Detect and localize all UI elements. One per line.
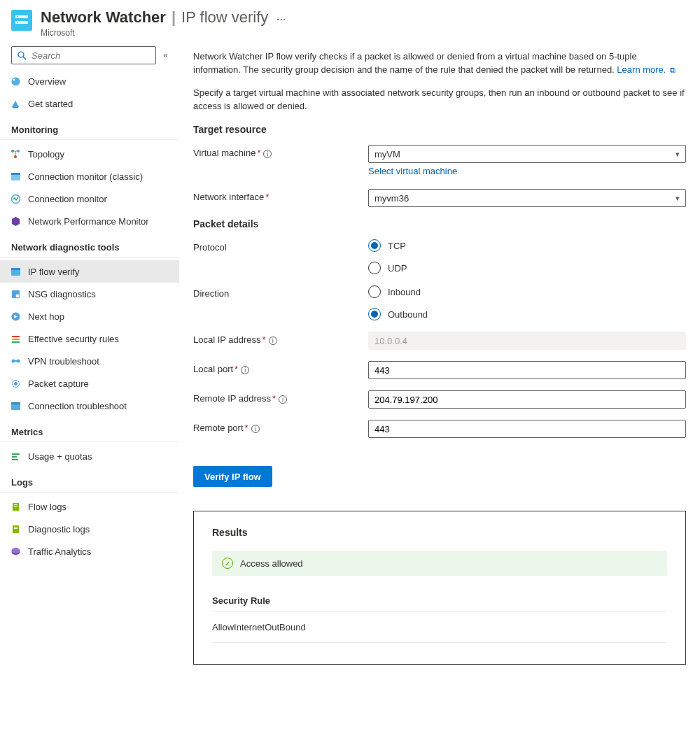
sidebar-collapse-icon[interactable]: «	[163, 50, 168, 60]
sidebar-item-label: Topology	[28, 149, 64, 160]
sidebar-item-overview[interactable]: Overview	[0, 70, 179, 92]
local-port-label: Local port*i	[193, 361, 368, 374]
check-circle-icon: ✓	[222, 558, 233, 569]
vpn-troubleshoot-icon	[10, 355, 21, 367]
network-performance-monitor-icon	[10, 215, 21, 227]
description-2: Specify a target virtual machine with as…	[193, 87, 686, 113]
select-vm-link[interactable]: Select virtual machine	[368, 166, 686, 176]
diagnostic-logs-icon	[10, 523, 21, 535]
direction-inbound-radio[interactable]: Inbound	[368, 285, 686, 298]
sidebar-item-label: Effective security rules	[28, 334, 119, 344]
sidebar-item-label: Traffic Analytics	[28, 546, 91, 557]
chevron-down-icon: ▾	[676, 194, 680, 203]
sidebar-item-label: Connection monitor	[28, 194, 107, 204]
search-input-wrapper[interactable]	[11, 46, 156, 64]
next-hop-icon	[10, 311, 21, 322]
sidebar-item-connection-troubleshoot[interactable]: Connection troubleshoot	[0, 395, 179, 417]
info-icon[interactable]: i	[269, 337, 277, 345]
direction-label: Direction	[193, 285, 368, 299]
remote-port-input[interactable]	[368, 420, 686, 438]
sidebar: « OverviewGet started MonitoringTopology…	[0, 43, 179, 686]
external-link-icon: ⧉	[667, 66, 675, 74]
section-target-resource: Target resource	[193, 124, 686, 135]
verify-ip-flow-button[interactable]: Verify IP flow	[193, 466, 272, 487]
svg-rect-40	[14, 528, 18, 529]
sidebar-item-label: Network Performance Monitor	[28, 216, 149, 227]
packet-capture-icon	[10, 378, 21, 389]
sidebar-item-packet-capture[interactable]: Packet capture	[0, 372, 179, 395]
svg-rect-24	[12, 341, 20, 343]
page-title: Network Watcher	[41, 8, 166, 27]
results-title: Results	[212, 527, 667, 538]
svg-rect-37	[14, 506, 18, 507]
main-pane: Network Watcher IP flow verify checks if…	[179, 43, 700, 686]
svg-point-29	[14, 382, 18, 385]
sidebar-item-label: Flow logs	[28, 502, 66, 512]
svg-rect-23	[12, 339, 20, 340]
sidebar-item-get-started[interactable]: Get started	[0, 92, 179, 115]
sidebar-item-connection-monitor[interactable]: Connection monitor	[0, 187, 179, 210]
description-1: Network Watcher IP flow verify checks if…	[193, 50, 686, 77]
sidebar-item-connection-monitor-classic-[interactable]: Connection monitor (classic)	[0, 165, 179, 187]
remote-ip-label: Remote IP address*i	[193, 390, 368, 404]
svg-rect-35	[13, 503, 19, 511]
sidebar-item-network-performance-monitor[interactable]: Network Performance Monitor	[0, 210, 179, 232]
svg-point-42	[11, 548, 20, 553]
page-subtitle: IP flow verify	[181, 8, 268, 27]
page-header: Network Watcher | IP flow verify ··· Mic…	[0, 0, 700, 43]
sidebar-item-label: VPN troubleshoot	[28, 356, 99, 367]
sidebar-item-topology[interactable]: Topology	[0, 143, 179, 165]
effective-security-rules-icon	[10, 333, 21, 344]
more-actions-icon[interactable]: ···	[276, 14, 286, 24]
local-port-input[interactable]	[368, 361, 686, 379]
security-rule-heading: Security Rule	[212, 595, 667, 612]
info-icon[interactable]: i	[251, 425, 260, 433]
sidebar-item-label: Connection monitor (classic)	[28, 171, 143, 182]
ni-select[interactable]: myvm36 ▾	[368, 189, 686, 207]
sidebar-item-flow-logs[interactable]: Flow logs	[0, 495, 179, 518]
svg-point-2	[17, 16, 18, 17]
svg-rect-8	[13, 107, 18, 108]
svg-point-4	[18, 52, 24, 57]
svg-rect-38	[13, 525, 19, 533]
sidebar-item-usage-quotas[interactable]: Usage + quotas	[0, 445, 179, 467]
info-icon[interactable]: i	[241, 366, 249, 374]
local-ip-label: Local IP address*i	[193, 332, 368, 345]
svg-line-5	[23, 57, 26, 59]
svg-rect-32	[12, 453, 20, 455]
results-panel: Results ✓ Access allowed Security Rule A…	[193, 511, 686, 665]
sidebar-item-next-hop[interactable]: Next hop	[0, 305, 179, 327]
info-icon[interactable]: i	[279, 395, 287, 404]
svg-point-7	[13, 78, 15, 80]
title-divider: |	[170, 8, 177, 27]
vm-select[interactable]: myVM ▾	[368, 145, 686, 163]
learn-more-link[interactable]: Learn more. ⧉	[617, 64, 675, 75]
sidebar-item-vpn-troubleshoot[interactable]: VPN troubleshoot	[0, 350, 179, 372]
svg-rect-27	[13, 360, 18, 362]
remote-ip-input[interactable]	[368, 390, 686, 409]
direction-outbound-radio[interactable]: Outbound	[368, 308, 686, 320]
sidebar-group-logs: Logs	[0, 472, 179, 493]
sidebar-group-metrics: Metrics	[0, 421, 179, 442]
svg-rect-34	[12, 459, 18, 460]
connection-monitor-icon	[10, 193, 21, 204]
protocol-tcp-radio[interactable]: TCP	[368, 239, 686, 252]
sidebar-item-nsg-diagnostics[interactable]: NSG diagnostics	[0, 283, 179, 305]
protocol-label: Protocol	[193, 239, 368, 253]
local-ip-input	[368, 332, 686, 350]
sidebar-group-network-diagnostic-tools: Network diagnostic tools	[0, 236, 179, 257]
search-input[interactable]	[31, 50, 151, 61]
sidebar-item-ip-flow-verify[interactable]: IP flow verify	[0, 260, 179, 283]
sidebar-item-diagnostic-logs[interactable]: Diagnostic logs	[0, 518, 179, 540]
sidebar-item-traffic-analytics[interactable]: Traffic Analytics	[0, 540, 179, 562]
protocol-udp-radio[interactable]: UDP	[368, 262, 686, 274]
svg-rect-39	[14, 527, 18, 528]
flow-logs-icon	[10, 501, 21, 512]
section-packet-details: Packet details	[193, 218, 686, 229]
info-icon[interactable]: i	[263, 150, 272, 158]
vendor-label: Microsoft	[41, 28, 286, 38]
status-text: Access allowed	[240, 558, 303, 569]
connection-monitor-classic--icon	[10, 171, 21, 182]
svg-rect-36	[14, 504, 18, 505]
sidebar-item-effective-security-rules[interactable]: Effective security rules	[0, 327, 179, 350]
